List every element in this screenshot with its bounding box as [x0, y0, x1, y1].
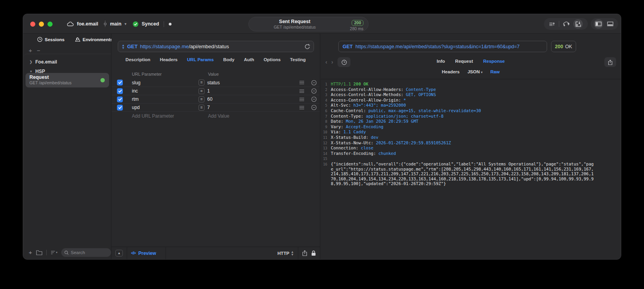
tab-description[interactable]: Description — [126, 57, 150, 62]
param-name-cell[interactable]: inc — [132, 88, 199, 94]
new-group-folder-icon[interactable] — [36, 250, 42, 255]
search-icon — [64, 251, 69, 255]
remove-row-icon[interactable] — [311, 88, 320, 94]
footer-separator — [166, 247, 166, 260]
request-tabs: DescriptionHeadersURL ParamsBodyAuthOpti… — [111, 57, 320, 62]
environments-label: Environments — [83, 37, 113, 42]
import-export-icon[interactable] — [573, 19, 583, 29]
search-input[interactable] — [71, 250, 106, 255]
response-line: 4Access-Control-Allow-Origin: * — [321, 98, 621, 103]
reorder-handle-icon[interactable] — [299, 81, 311, 84]
tab-environments[interactable]: Environments — [75, 37, 113, 42]
add-value-placeholder[interactable]: Add Value — [199, 113, 320, 119]
url-host[interactable]: https://statuspage.me — [140, 44, 189, 49]
share-icon[interactable] — [302, 250, 307, 256]
tab-request[interactable]: Request — [455, 59, 473, 64]
remove-row-icon[interactable] — [311, 96, 320, 102]
minimize-window-button[interactable] — [39, 22, 44, 27]
reorder-handle-icon[interactable] — [299, 106, 311, 109]
line-number: 16 — [321, 162, 331, 186]
subtab-raw[interactable]: Raw — [491, 69, 500, 74]
remove-row-icon[interactable] — [311, 80, 320, 85]
request-switcher[interactable]: Sent Request GET /api/embed/status 200 2… — [248, 17, 369, 31]
tab-auth[interactable]: Auth — [244, 57, 254, 62]
code-generation-icon[interactable] — [562, 19, 571, 29]
tab-url-params[interactable]: URL Params — [187, 57, 214, 62]
bottom-panel-toggle-icon[interactable] — [606, 19, 615, 29]
method-stepper-icon[interactable]: ▲▼ — [122, 44, 125, 49]
chevron-down-icon[interactable]: ▾ — [124, 22, 126, 26]
status-code-badge: 200 — [352, 20, 363, 26]
param-name-cell[interactable]: upd — [132, 105, 199, 110]
tab-testing[interactable]: Testing — [290, 57, 306, 62]
response-viewer-pane: GET https://statuspage.me/api/embed/stat… — [321, 34, 621, 259]
request-list-icon[interactable] — [547, 19, 556, 29]
response-line: 11X-Status-Build: dev — [321, 135, 621, 140]
param-enabled-checkbox[interactable] — [117, 105, 123, 111]
reorder-handle-icon[interactable] — [299, 89, 311, 93]
environments-icon — [75, 37, 80, 42]
equals-icon: = — [199, 80, 204, 85]
equals-icon: = — [199, 88, 204, 94]
line-number: 5 — [321, 103, 331, 108]
url-field[interactable]: ▲▼ GET https://statuspage.me/api/embed/s… — [118, 41, 314, 52]
tab-headers[interactable]: Headers — [160, 57, 177, 62]
param-name-cell[interactable]: slug — [132, 80, 199, 85]
url-path[interactable]: /api/embed/status — [189, 44, 229, 49]
param-value-cell[interactable]: 7 — [207, 105, 299, 110]
synced-check-icon — [133, 21, 139, 27]
collapse-panel-icon[interactable]: ▲ — [115, 250, 123, 256]
param-enabled-checkbox[interactable] — [117, 96, 123, 102]
export-response-button[interactable] — [604, 57, 616, 67]
close-window-button[interactable] — [30, 22, 35, 27]
preview-button[interactable]: </> Preview — [131, 251, 156, 256]
sort-filter-icon[interactable]: ▾ — [51, 251, 58, 254]
request-list-item-selected[interactable]: Request GET /api/embed/status — [26, 73, 109, 87]
sync-status-label[interactable]: Synced — [142, 21, 159, 27]
param-value-cell[interactable]: 1 — [207, 88, 299, 94]
add-session-button[interactable]: + — [29, 47, 32, 54]
param-enabled-checkbox[interactable] — [117, 88, 123, 94]
tab-info[interactable]: Info — [437, 59, 445, 64]
left-panel-toggle-icon[interactable] — [594, 19, 603, 29]
project-name[interactable]: foe.email — [77, 21, 98, 27]
lock-icon[interactable] — [311, 250, 316, 256]
add-param-placeholder[interactable]: Add URL Parameter — [132, 113, 199, 119]
sidebar-search[interactable] — [61, 248, 111, 257]
preview-label: Preview — [138, 251, 156, 256]
duration-label: 280 ms — [350, 26, 363, 31]
line-text: Vary: Accept-Encoding — [331, 124, 383, 130]
sent-request-url-field[interactable]: GET https://statuspage.me/api/embed/stat… — [338, 41, 547, 52]
response-body: 1HTTP/1.1 200 OK2Access-Control-Allow-He… — [321, 80, 621, 259]
remove-row-icon[interactable] — [311, 105, 320, 110]
protocol-selector[interactable]: HTTP ▲▼ — [277, 251, 294, 256]
line-number: 8 — [321, 119, 331, 124]
tab-sessions[interactable]: Sessions — [37, 37, 65, 42]
response-format-dropdown[interactable]: JSON▾ — [467, 69, 482, 74]
tab-response[interactable]: Response — [483, 59, 505, 64]
param-value-cell[interactable]: status — [207, 80, 299, 85]
response-url: https://statuspage.me/api/embed/status?s… — [356, 44, 520, 49]
resend-request-icon[interactable] — [305, 44, 310, 49]
tab-body[interactable]: Body — [223, 57, 235, 62]
tree-item-foe-email[interactable]: ❯ Foe.email — [23, 57, 111, 67]
remove-session-button[interactable]: − — [37, 47, 40, 54]
disclosure-chevron-icon[interactable]: ❯ — [29, 60, 33, 64]
tab-options[interactable]: Options — [264, 57, 281, 62]
line-text: Connection: close — [331, 145, 373, 151]
branch-name[interactable]: main — [110, 21, 121, 27]
params-rows: slug=statusinc=1rtm=60upd=7 — [111, 78, 320, 111]
param-name-cell[interactable]: rtm — [132, 96, 199, 102]
param-value-cell[interactable]: 60 — [207, 96, 299, 102]
reorder-handle-icon[interactable] — [299, 98, 311, 101]
zoom-window-button[interactable] — [47, 22, 53, 27]
equals-icon: = — [199, 105, 204, 111]
titlebar-separator — [164, 21, 164, 27]
response-tabs: InfoRequestResponse — [321, 59, 621, 64]
line-number: 4 — [321, 98, 331, 103]
param-enabled-checkbox[interactable] — [117, 80, 123, 85]
subtab-headers[interactable]: Headers — [442, 69, 460, 74]
method-label[interactable]: GET — [127, 44, 138, 49]
add-request-button[interactable]: + — [29, 250, 32, 255]
response-status-badge: 200 OK — [551, 41, 576, 52]
